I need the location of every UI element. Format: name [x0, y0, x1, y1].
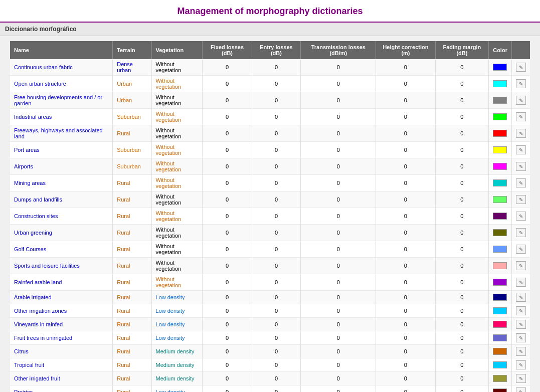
- edit-button[interactable]: ✎: [516, 320, 526, 329]
- cell-edit[interactable]: ✎: [511, 208, 530, 225]
- cell-color: [489, 125, 512, 142]
- cell-edit[interactable]: ✎: [511, 291, 530, 304]
- table-row: Continuous urban fabricDense urbanWithou…: [10, 59, 530, 76]
- edit-button[interactable]: ✎: [516, 129, 526, 138]
- edit-button[interactable]: ✎: [516, 212, 526, 221]
- cell-name[interactable]: Dumps and landfills: [10, 191, 113, 208]
- col-header-name: Name: [10, 41, 113, 59]
- cell-transmission-losses: 0: [301, 258, 376, 274]
- cell-edit[interactable]: ✎: [511, 345, 530, 358]
- cell-terrain: Dense urban: [113, 59, 151, 76]
- cell-edit[interactable]: ✎: [511, 175, 530, 191]
- edit-button[interactable]: ✎: [516, 374, 526, 383]
- cell-height-correction: 0: [376, 358, 435, 372]
- edit-button[interactable]: ✎: [516, 96, 526, 105]
- cell-vegetation: Without vegetation: [151, 274, 203, 291]
- cell-color: [489, 331, 512, 345]
- cell-edit[interactable]: ✎: [511, 318, 530, 331]
- cell-name[interactable]: Other irrigation zones: [10, 304, 113, 318]
- cell-name[interactable]: Fruit trees in unirrigated: [10, 331, 113, 345]
- color-swatch: [493, 334, 507, 341]
- cell-name[interactable]: Golf Courses: [10, 241, 113, 258]
- cell-edit[interactable]: ✎: [511, 331, 530, 345]
- cell-name[interactable]: Other irrigated fruit: [10, 372, 113, 385]
- cell-name[interactable]: Continuous urban fabric: [10, 59, 113, 76]
- edit-button[interactable]: ✎: [516, 245, 526, 254]
- section-header: Diccionario morfográfico: [0, 23, 540, 36]
- edit-button[interactable]: ✎: [516, 145, 526, 154]
- cell-entry-losses: 0: [252, 125, 301, 142]
- cell-edit[interactable]: ✎: [511, 304, 530, 318]
- edit-button[interactable]: ✎: [516, 261, 526, 270]
- cell-edit[interactable]: ✎: [511, 191, 530, 208]
- cell-name[interactable]: Sports and leisure facilities: [10, 258, 113, 274]
- cell-name[interactable]: Free housing developments and / or garde…: [10, 92, 113, 109]
- cell-edit[interactable]: ✎: [511, 241, 530, 258]
- cell-edit[interactable]: ✎: [511, 358, 530, 372]
- cell-name[interactable]: Arable irrigated: [10, 291, 113, 304]
- cell-edit[interactable]: ✎: [511, 125, 530, 142]
- cell-fixed-losses: 0: [203, 59, 252, 76]
- table-row: CitrusRuralMedium density00000✎: [10, 345, 530, 358]
- cell-vegetation: Without vegetation: [151, 175, 203, 191]
- cell-entry-losses: 0: [252, 331, 301, 345]
- cell-edit[interactable]: ✎: [511, 258, 530, 274]
- cell-edit[interactable]: ✎: [511, 274, 530, 291]
- cell-fixed-losses: 0: [203, 241, 252, 258]
- cell-name[interactable]: Port areas: [10, 142, 113, 158]
- edit-button[interactable]: ✎: [516, 387, 526, 392]
- cell-height-correction: 0: [376, 318, 435, 331]
- col-header-actions: [511, 41, 530, 59]
- cell-edit[interactable]: ✎: [511, 142, 530, 158]
- edit-button[interactable]: ✎: [516, 112, 526, 121]
- cell-vegetation: Without vegetation: [151, 225, 203, 241]
- cell-entry-losses: 0: [252, 385, 301, 393]
- cell-terrain: Rural: [113, 208, 151, 225]
- cell-name[interactable]: Prairies: [10, 385, 113, 393]
- cell-name[interactable]: Mining areas: [10, 175, 113, 191]
- edit-button[interactable]: ✎: [516, 228, 526, 237]
- edit-button[interactable]: ✎: [516, 347, 526, 356]
- cell-edit[interactable]: ✎: [511, 158, 530, 175]
- color-swatch: [493, 64, 507, 71]
- cell-edit[interactable]: ✎: [511, 109, 530, 125]
- cell-name[interactable]: Tropical fruit: [10, 358, 113, 372]
- cell-height-correction: 0: [376, 125, 435, 142]
- edit-button[interactable]: ✎: [516, 360, 526, 369]
- cell-entry-losses: 0: [252, 318, 301, 331]
- cell-edit[interactable]: ✎: [511, 385, 530, 393]
- color-swatch: [493, 213, 507, 220]
- cell-edit[interactable]: ✎: [511, 59, 530, 76]
- cell-edit[interactable]: ✎: [511, 92, 530, 109]
- cell-name[interactable]: Airports: [10, 158, 113, 175]
- edit-button[interactable]: ✎: [516, 79, 526, 88]
- cell-terrain: Suburban: [113, 158, 151, 175]
- edit-button[interactable]: ✎: [516, 162, 526, 171]
- cell-name[interactable]: Urban greening: [10, 225, 113, 241]
- cell-fading-margin: 0: [435, 258, 489, 274]
- color-swatch: [493, 163, 507, 170]
- cell-edit[interactable]: ✎: [511, 225, 530, 241]
- color-swatch: [493, 196, 507, 203]
- cell-name[interactable]: Citrus: [10, 345, 113, 358]
- cell-name[interactable]: Open urban structure: [10, 76, 113, 92]
- cell-height-correction: 0: [376, 175, 435, 191]
- cell-name[interactable]: Freeways, highways and associated land: [10, 125, 113, 142]
- edit-button[interactable]: ✎: [516, 293, 526, 302]
- edit-button[interactable]: ✎: [516, 63, 526, 72]
- edit-button[interactable]: ✎: [516, 178, 526, 187]
- edit-button[interactable]: ✎: [516, 306, 526, 315]
- page-title: Management of morphography dictionaries: [0, 0, 540, 23]
- edit-button[interactable]: ✎: [516, 333, 526, 342]
- cell-edit[interactable]: ✎: [511, 372, 530, 385]
- cell-name[interactable]: Vineyards in rainfed: [10, 318, 113, 331]
- edit-button[interactable]: ✎: [516, 195, 526, 204]
- cell-name[interactable]: Industrial areas: [10, 109, 113, 125]
- cell-name[interactable]: Rainfed arable land: [10, 274, 113, 291]
- edit-button[interactable]: ✎: [516, 278, 526, 287]
- cell-transmission-losses: 0: [301, 304, 376, 318]
- cell-edit[interactable]: ✎: [511, 76, 530, 92]
- cell-transmission-losses: 0: [301, 331, 376, 345]
- cell-fading-margin: 0: [435, 385, 489, 393]
- cell-name[interactable]: Construction sites: [10, 208, 113, 225]
